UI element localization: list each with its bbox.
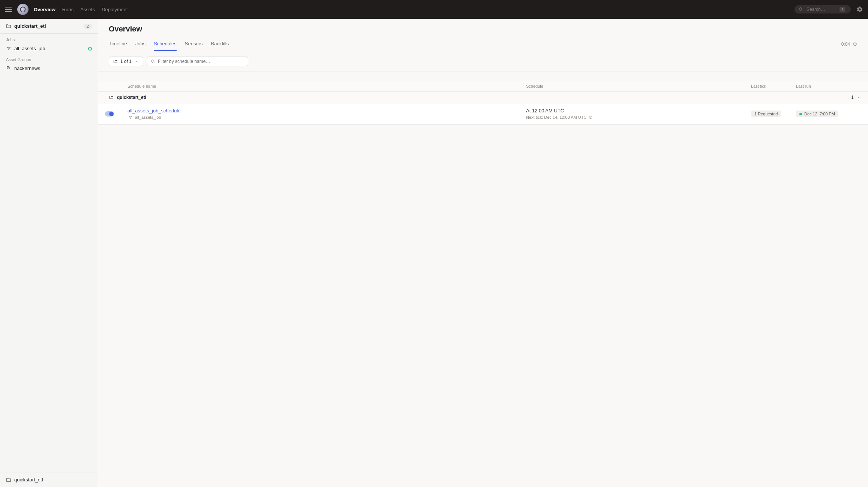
- last-run-badge[interactable]: Dec 12, 7:00 PM: [796, 111, 838, 117]
- search-input[interactable]: [807, 7, 837, 12]
- sidebar-repo-count: 2: [84, 24, 92, 29]
- sidebar-bottom-repo[interactable]: quickstart_etl: [0, 472, 98, 487]
- app-logo[interactable]: [17, 4, 28, 15]
- schedule-next-tick: Next tick: Dec 14, 12:00 AM UTC: [526, 115, 586, 120]
- svg-point-3: [8, 49, 9, 50]
- search-shortcut: /: [840, 7, 845, 12]
- col-schedule-name: Schedule name: [121, 81, 519, 91]
- chevron-down-icon: [134, 59, 139, 64]
- page-title: Overview: [98, 19, 868, 37]
- sidebar-section-jobs: Jobs: [0, 34, 98, 43]
- sidebar-item-label: all_assets_job: [14, 46, 45, 51]
- refresh-icon[interactable]: [852, 42, 858, 47]
- page-tabs: Timeline Jobs Schedules Sensors Backfill…: [109, 37, 229, 51]
- hamburger-menu[interactable]: [4, 6, 12, 13]
- sidebar-repo-name: quickstart_etl: [14, 23, 46, 29]
- folder-icon: [113, 59, 118, 64]
- folder-icon: [6, 24, 11, 29]
- schedule-filter[interactable]: [147, 57, 248, 66]
- sidebar-repo-header[interactable]: quickstart_etl 2: [0, 19, 98, 34]
- col-schedule: Schedule: [519, 81, 744, 91]
- sidebar: quickstart_etl 2 Jobs all_assets_job Ass…: [0, 19, 98, 487]
- job-icon: [127, 115, 133, 120]
- folder-icon: [109, 95, 114, 100]
- status-success-icon: [799, 113, 802, 115]
- folder-icon: [6, 477, 11, 483]
- tab-sensors[interactable]: Sensors: [185, 37, 203, 51]
- tab-timeline[interactable]: Timeline: [109, 37, 127, 51]
- table-group-row[interactable]: quickstart_etl 1: [98, 92, 868, 103]
- schedule-name-link[interactable]: all_assets_job_schedule: [127, 108, 181, 114]
- auto-refresh-timer: 0:04: [841, 42, 858, 47]
- sidebar-item-hackernews[interactable]: hackernews: [0, 63, 98, 73]
- repo-selector[interactable]: 1 of 1: [109, 57, 143, 66]
- search-icon: [150, 59, 156, 64]
- asset-group-icon: [6, 66, 11, 71]
- svg-point-9: [130, 118, 130, 119]
- table-group-name: quickstart_etl: [117, 95, 146, 100]
- schedules-table: Schedule name Schedule Last tick Last ru…: [98, 81, 868, 125]
- table-row: all_assets_job_schedule all_assets_job A…: [98, 103, 868, 125]
- top-nav: Overview Runs Assets Deployment: [34, 7, 128, 12]
- chevron-down-icon[interactable]: [856, 95, 861, 100]
- last-tick-badge[interactable]: 1 Requested: [751, 111, 781, 117]
- col-last-tick: Last tick: [744, 81, 789, 91]
- nav-overview[interactable]: Overview: [34, 7, 55, 12]
- schedule-cron-text: At 12:00 AM UTC: [526, 108, 738, 114]
- svg-point-6: [151, 60, 154, 63]
- sidebar-item-all-assets-job[interactable]: all_assets_job: [0, 43, 98, 54]
- sidebar-section-asset-groups: Asset Groups: [0, 54, 98, 63]
- tab-schedules[interactable]: Schedules: [154, 37, 177, 51]
- nav-deployment[interactable]: Deployment: [102, 7, 127, 12]
- tab-jobs[interactable]: Jobs: [135, 37, 145, 51]
- col-last-run: Last run: [789, 81, 846, 91]
- schedule-filter-input[interactable]: [158, 59, 245, 64]
- table-group-count: 1: [851, 95, 854, 100]
- search-icon: [798, 7, 804, 12]
- sidebar-bottom-repo-name: quickstart_etl: [14, 477, 43, 483]
- nav-runs[interactable]: Runs: [62, 7, 73, 12]
- schedule-job-name[interactable]: all_assets_job: [135, 115, 161, 120]
- job-icon: [6, 46, 11, 51]
- clock-icon: [588, 115, 593, 120]
- sidebar-item-label: hackernews: [14, 66, 40, 71]
- repo-selector-label: 1 of 1: [120, 59, 132, 64]
- settings-button[interactable]: [856, 6, 864, 13]
- status-ok-icon: [88, 47, 92, 51]
- nav-assets[interactable]: Assets: [80, 7, 95, 12]
- svg-point-0: [799, 8, 802, 10]
- tab-backfills[interactable]: Backfills: [211, 37, 229, 51]
- schedule-toggle[interactable]: [105, 111, 114, 117]
- svg-rect-5: [7, 67, 9, 69]
- global-search[interactable]: /: [795, 5, 851, 13]
